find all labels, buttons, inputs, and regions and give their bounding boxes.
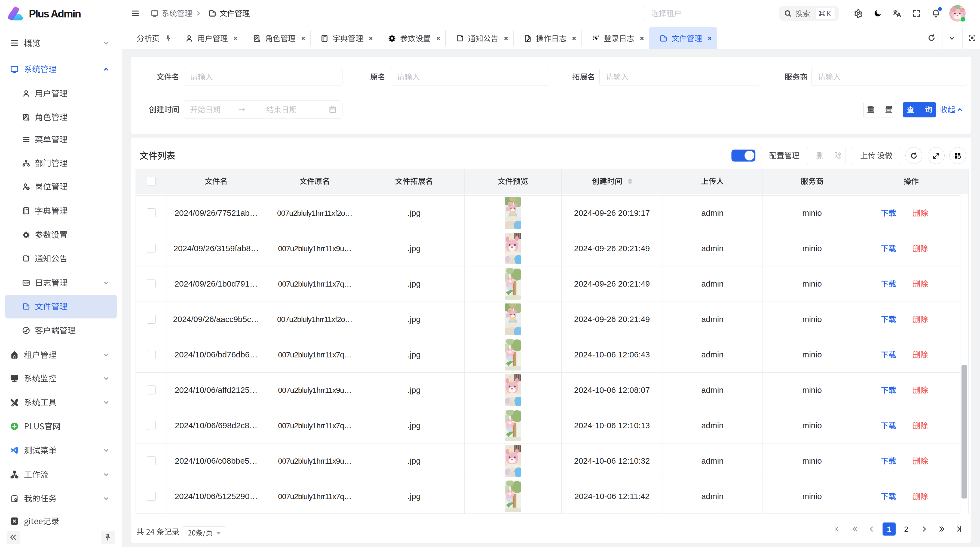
svg-text:DEV: DEV — [24, 282, 29, 284]
